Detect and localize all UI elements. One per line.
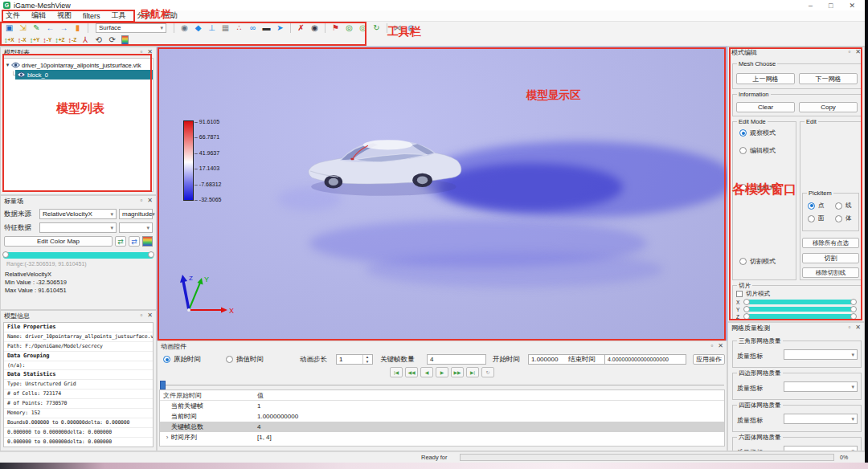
maximize-button[interactable]: □ <box>829 2 833 10</box>
menu-item-4[interactable]: filters <box>77 12 106 20</box>
table-row[interactable]: ›时间序列[1, 4] <box>160 432 724 442</box>
view-minus-y-button[interactable]: ↕-Y <box>43 35 51 45</box>
colorbar-icon[interactable] <box>142 236 153 247</box>
skip-start-button[interactable]: |◀ <box>390 367 403 377</box>
view-minus-x-button[interactable]: ↕-X <box>18 35 27 45</box>
radio-pick-4[interactable]: 体 <box>835 214 852 222</box>
checkbox-icon[interactable] <box>736 291 743 297</box>
tree-item-root[interactable]: ▾driver_10pointarray_allpoints_justsurfa… <box>4 60 153 70</box>
clip-plane-icon[interactable]: ⊥ <box>206 22 218 33</box>
glasses-icon[interactable]: ∞ <box>247 22 259 33</box>
scalar-range-slider[interactable] <box>3 252 154 259</box>
view-plusminus-z-button[interactable]: ↕+Z <box>55 35 64 45</box>
slider-handle[interactable] <box>743 299 750 305</box>
end-time-field[interactable]: 4.000000000000000000 <box>604 354 686 365</box>
radio-icon[interactable] <box>739 129 747 137</box>
keyframe-count-field[interactable]: 4 <box>427 354 486 365</box>
radio-icon[interactable] <box>808 215 815 222</box>
next-mesh-button[interactable]: 下一网格 <box>799 73 858 84</box>
interpolated-time-option[interactable]: 插值时间 <box>226 354 264 365</box>
slider-track[interactable] <box>744 307 856 312</box>
clear-button[interactable]: Clear <box>736 102 795 112</box>
reset-rotation-icon[interactable]: ↻ <box>371 22 383 33</box>
close-panel-icon[interactable]: ✕ <box>147 47 153 57</box>
visibility-icon[interactable]: ◉ <box>178 22 190 33</box>
menu-item-1[interactable]: 文件 <box>0 10 26 21</box>
loop-button[interactable]: ↻ <box>481 367 494 377</box>
edit-color-map-button[interactable]: Edit Color Map <box>4 236 113 247</box>
close-panel-icon[interactable]: ✕ <box>718 341 723 351</box>
menu-item-2[interactable]: 编辑 <box>26 10 51 21</box>
timeline-handle[interactable] <box>160 381 166 389</box>
table-row[interactable]: 当前时间1.0000000000 <box>160 411 724 422</box>
view-plusminus-y-button[interactable]: ↕+Y <box>30 35 40 45</box>
rescale-data-range-icon[interactable]: ⇄ <box>115 236 126 247</box>
float-panel-icon[interactable]: ▫ <box>848 323 850 332</box>
step-backward-button[interactable]: ◀ <box>420 367 433 377</box>
tree-item-child[interactable]: └block_0 <box>4 70 153 80</box>
radio-icon[interactable] <box>163 356 170 363</box>
radio-mode-2[interactable]: 编辑模式 <box>739 146 776 155</box>
close-panel-icon[interactable]: ✕ <box>147 196 153 206</box>
slider-handle-min[interactable] <box>2 251 9 258</box>
rotate-90-cw-icon[interactable]: ⟳ <box>106 35 118 45</box>
slider-track[interactable] <box>744 314 856 319</box>
metric-combo[interactable]: ▾ <box>784 414 858 424</box>
viewport-3d[interactable]: 91.610566.787141.963717.1403-7.68312-32.… <box>157 47 727 341</box>
play-button[interactable]: ▶ <box>436 367 448 377</box>
save-icon[interactable]: ▣ <box>3 22 15 33</box>
menu-item-3[interactable]: 视图 <box>51 10 77 21</box>
scatter-points-icon[interactable]: ∴ <box>233 22 245 33</box>
remove-cut-line-button[interactable]: 移除切割线 <box>802 267 859 278</box>
table-row[interactable]: 当前关键帧1 <box>160 401 724 411</box>
radio-icon[interactable] <box>739 147 747 154</box>
visibility-eye-icon[interactable] <box>11 62 20 68</box>
radio-icon[interactable] <box>739 184 747 191</box>
view-minus-z-button[interactable]: ↕-Z <box>68 35 77 45</box>
metric-combo[interactable]: ▾ <box>784 381 858 392</box>
fast-forward-button[interactable]: ▶▶ <box>451 367 464 377</box>
redo-icon[interactable]: → <box>58 22 70 33</box>
radio-cut-mode[interactable]: 切割模式 <box>739 257 776 266</box>
cone-source-icon[interactable]: ◆ <box>192 22 204 33</box>
rotate-center-icon[interactable]: ◎ <box>357 22 369 33</box>
measure-icon[interactable]: ⋈ <box>391 22 403 33</box>
menu-item-6[interactable]: 分析 <box>132 10 158 21</box>
table-row[interactable]: 关键帧总数4 <box>160 422 724 432</box>
slider-handle[interactable] <box>743 306 750 312</box>
radio-pick-2[interactable]: 线 <box>835 202 852 210</box>
flag-icon[interactable]: ⚑ <box>330 22 342 33</box>
fast-backward-button[interactable]: ◀◀ <box>405 367 418 377</box>
metric-combo[interactable]: ▾ <box>784 349 858 360</box>
close-panel-icon[interactable]: ✕ <box>855 47 861 57</box>
cube-outline-icon[interactable]: ▦ <box>219 22 231 33</box>
feature-component-combo[interactable]: ▾ <box>119 222 153 233</box>
expander-icon[interactable]: › <box>163 434 171 441</box>
radio-icon[interactable] <box>739 258 747 265</box>
radio-pick-3[interactable]: 面 <box>808 214 825 222</box>
slider-handle[interactable] <box>850 306 857 312</box>
spin-arrows-icon[interactable]: ▲▼ <box>362 355 371 364</box>
radio-mode-1[interactable]: 观察模式 <box>739 128 776 137</box>
remove-selection-icon[interactable]: ✗ <box>295 22 307 33</box>
undo-icon[interactable]: ← <box>44 22 56 33</box>
delete-icon[interactable]: ▮ <box>72 22 84 33</box>
slider-handle[interactable] <box>850 299 857 305</box>
component-combo[interactable]: magnitude▾ <box>119 209 153 219</box>
edit-mesh-icon[interactable]: ✎ <box>31 22 43 33</box>
rotate-point-icon[interactable]: ◎ <box>343 22 355 33</box>
visibility-eye-icon[interactable] <box>17 71 26 78</box>
timeline-track[interactable] <box>160 385 724 385</box>
radio-icon[interactable] <box>226 356 233 363</box>
radio-icon[interactable] <box>835 215 842 222</box>
colormap-icon[interactable] <box>121 35 129 45</box>
representation-combo[interactable]: Surface▾ <box>96 23 166 33</box>
import-icon[interactable]: ⇲ <box>17 22 29 33</box>
radio-icon[interactable] <box>808 202 815 210</box>
float-panel-icon[interactable]: ▫ <box>140 311 142 320</box>
menu-item-5[interactable]: 工具 <box>106 10 132 21</box>
slider-track[interactable] <box>744 300 856 304</box>
slider-handle-max[interactable] <box>148 251 154 258</box>
close-panel-icon[interactable]: ✕ <box>147 311 153 320</box>
data-source-combo[interactable]: RelativeVelocityX▾ <box>39 209 117 219</box>
